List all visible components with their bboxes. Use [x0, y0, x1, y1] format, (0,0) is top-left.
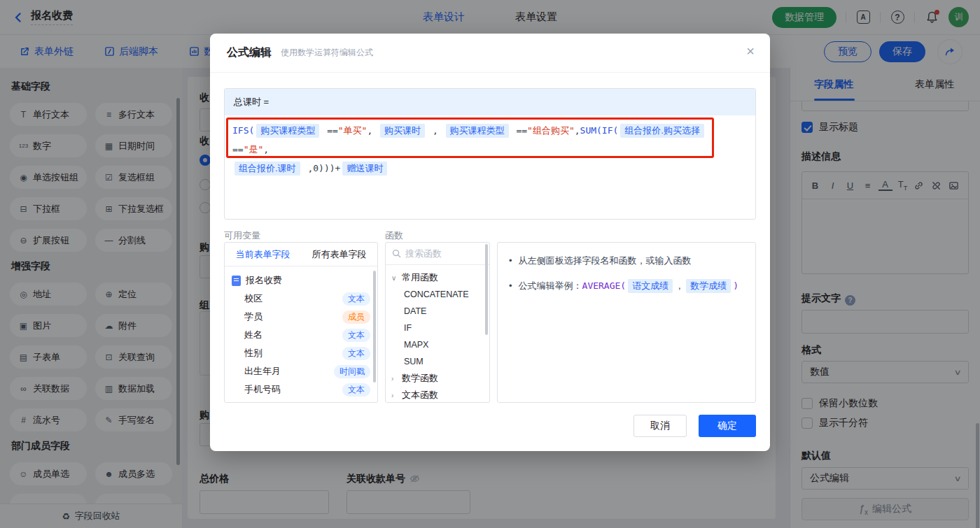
- variables-scrollbar[interactable]: [373, 271, 376, 383]
- function-group-name: 数学函数: [402, 372, 438, 385]
- function-item[interactable]: IF: [386, 320, 489, 336]
- search-icon: [392, 249, 401, 258]
- variables-list: 报名收费校区文本学员成员姓名文本性别文本出生年月时间戳手机号码文本: [225, 266, 377, 403]
- chevron-right-icon: ›: [391, 375, 398, 383]
- formula-token: ,: [427, 125, 443, 136]
- formula-token: SUM(IF(: [580, 125, 619, 136]
- modal-title: 公式编辑: [227, 45, 272, 60]
- field-chip[interactable]: 购买课程类型: [256, 124, 319, 138]
- variable-field-row[interactable]: 出生年月时间戳: [225, 362, 377, 380]
- function-item[interactable]: SUM: [386, 353, 489, 370]
- variable-field-name: 性别: [244, 347, 342, 359]
- tab-current-form-fields[interactable]: 当前表单字段: [225, 243, 301, 266]
- close-icon[interactable]: ×: [746, 44, 755, 58]
- function-group-name: 文本函数: [402, 389, 438, 401]
- example-prefix: 公式编辑举例：: [519, 280, 582, 291]
- variable-field-name: 手机号码: [244, 383, 342, 396]
- modal-header: 公式编辑 使用数学运算符编辑公式 ×: [210, 34, 770, 73]
- variable-field-name: 学员: [244, 311, 342, 323]
- formula-token: IFS(: [232, 125, 254, 136]
- variables-form-name: 报名收费: [246, 274, 282, 287]
- function-group-collapsed[interactable]: ›文本函数: [386, 387, 489, 403]
- field-type-badge: 时间戳: [334, 365, 370, 378]
- help-line-2: • 公式编辑举例：AVERAGE(语文成绩，数学成绩): [509, 278, 744, 294]
- variable-field-row[interactable]: 性别文本: [225, 344, 377, 362]
- variable-field-name: 校区: [244, 292, 342, 305]
- functions-label: 函数: [385, 229, 403, 242]
- variables-tabs: 当前表单字段 所有表单字段: [225, 243, 377, 266]
- formula-token: ,0)))+: [302, 163, 341, 173]
- formula-token: ,: [263, 144, 269, 155]
- variable-field-name: 姓名: [244, 329, 342, 341]
- tab-all-form-fields[interactable]: 所有表单字段: [301, 243, 377, 266]
- function-group-name: 常用函数: [402, 271, 438, 284]
- field-type-badge: 成员: [342, 311, 370, 324]
- formula-token: ,: [575, 125, 580, 136]
- field-type-badge: 文本: [342, 329, 370, 342]
- variable-field-row[interactable]: 手机号码文本: [225, 380, 377, 399]
- formula-token: ==: [321, 125, 337, 136]
- function-item[interactable]: MAPX: [386, 336, 489, 353]
- help-line-1: • 从左侧面板选择字段名和函数，或输入函数: [509, 253, 744, 269]
- function-item[interactable]: CONCATENATE: [386, 286, 489, 303]
- formula-token: ,: [367, 125, 378, 136]
- modal-subtitle: 使用数学运算符编辑公式: [281, 47, 373, 59]
- variable-field-row[interactable]: 校区文本: [225, 290, 377, 308]
- functions-panel: ∨常用函数CONCATENATEDATEIFMAPXSUM›数学函数›文本函数: [385, 242, 490, 403]
- variable-field-name: 出生年月: [244, 365, 334, 378]
- confirm-button[interactable]: 确定: [699, 415, 756, 437]
- formula-edit-modal: 公式编辑 使用数学运算符编辑公式 × 总课时 = IFS(购买课程类型 =="单…: [210, 34, 770, 451]
- field-chip[interactable]: 组合报价.课时: [234, 162, 300, 176]
- field-chip[interactable]: 购买课程类型: [446, 124, 509, 138]
- variables-label: 可用变量: [224, 229, 260, 242]
- field-type-badge: 文本: [342, 347, 370, 360]
- formula-editor: 总课时 = IFS(购买课程类型 =="单买", 购买课时 , 购买课程类型 =…: [224, 88, 756, 220]
- field-chip[interactable]: 组合报价.购买选择: [620, 124, 704, 138]
- function-item[interactable]: DATE: [386, 303, 489, 320]
- variables-panel: 当前表单字段 所有表单字段 报名收费校区文本学员成员姓名文本性别文本出生年月时间…: [224, 242, 378, 403]
- field-chip: 数学成绩: [686, 279, 731, 293]
- formula-content[interactable]: IFS(购买课程类型 =="单买", 购买课时 , 购买课程类型 =="组合购买…: [225, 115, 755, 183]
- formula-help-panel: • 从左侧面板选择字段名和函数，或输入函数 • 公式编辑举例：AVERAGE(语…: [497, 242, 756, 403]
- field-chip[interactable]: 赠送课时: [342, 162, 387, 176]
- variable-field-row[interactable]: 姓名文本: [225, 326, 377, 344]
- chevron-right-icon: ›: [391, 392, 398, 399]
- functions-scrollbar[interactable]: [485, 244, 488, 335]
- field-type-badge: 文本: [342, 383, 370, 397]
- field-chip: 语文成绩: [628, 279, 673, 293]
- field-chip[interactable]: 购买课时: [380, 124, 425, 138]
- variable-field-row[interactable]: 学员成员: [225, 308, 377, 326]
- function-search: [386, 243, 489, 265]
- formula-token: ==: [511, 125, 527, 136]
- formula-token: "是": [244, 144, 264, 155]
- example-close-paren: ): [733, 280, 738, 291]
- example-function: AVERAGE(: [582, 280, 626, 291]
- formula-target: 总课时 =: [225, 89, 755, 115]
- formula-token: "组合购买": [527, 125, 575, 136]
- chevron-down-icon: ∨: [391, 274, 398, 282]
- form-doc-icon: [232, 276, 241, 286]
- variables-form-row[interactable]: 报名收费: [225, 271, 377, 290]
- field-type-badge: 文本: [342, 292, 370, 306]
- formula-token: "单买": [338, 125, 368, 136]
- functions-tree: ∨常用函数CONCATENATEDATEIFMAPXSUM›数学函数›文本函数: [386, 265, 489, 403]
- function-group-expanded[interactable]: ∨常用函数: [386, 269, 489, 286]
- cancel-button[interactable]: 取消: [634, 415, 687, 437]
- example-separator: ，: [675, 280, 684, 291]
- formula-token: ==: [232, 144, 244, 155]
- function-search-input[interactable]: [405, 248, 475, 259]
- function-group-collapsed[interactable]: ›数学函数: [386, 370, 489, 387]
